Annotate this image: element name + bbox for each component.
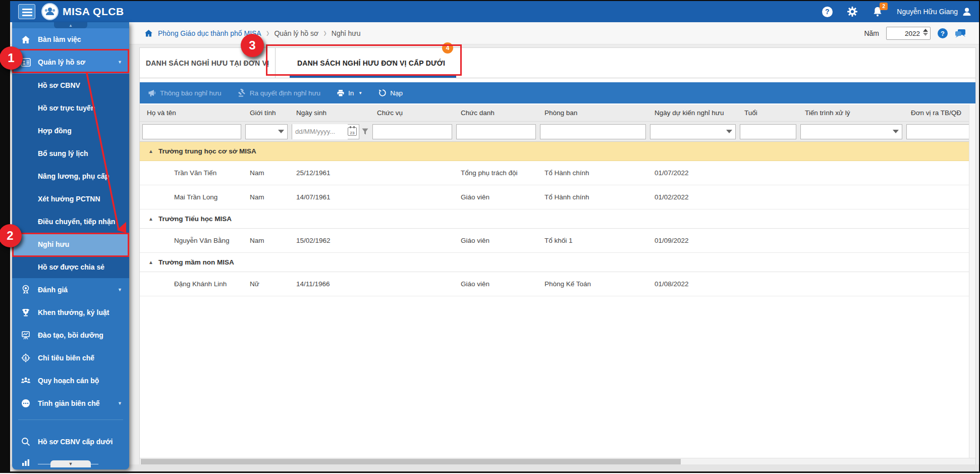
ra-quyet-dinh-nghi-huu-button[interactable]: Ra quyết định nghỉ hưu — [238, 89, 320, 97]
col-header-chuc-danh[interactable]: Chức danh — [454, 104, 537, 121]
sidebar-item-ho-so-truc-tuyen[interactable]: Hồ sơ trực tuyến — [12, 96, 129, 119]
sidebar-item-chi-tieu-bien-che[interactable]: Chỉ tiêu biên chế — [12, 346, 129, 369]
col-header-gioi-tinh[interactable]: Giới tính — [243, 104, 289, 121]
year-label: Năm — [864, 29, 879, 37]
table-row[interactable]: Đặng Khánh Linh Nữ 14/11/1966 Giáo viên … — [140, 272, 975, 296]
filter-ngay-du-kien-select[interactable] — [650, 124, 736, 139]
year-spinner[interactable]: 2022 — [886, 27, 931, 40]
filter-phong-ban-input[interactable] — [540, 124, 646, 139]
col-header-ho-va-ten[interactable]: Họ và tên — [140, 104, 243, 121]
group-row-truong-mam-non-misa[interactable]: ▲ Trường mầm non MISA — [140, 253, 975, 272]
breadcrumb-level1[interactable]: Quản lý hồ sơ — [274, 29, 318, 37]
filter-chuc-vu-input[interactable] — [372, 124, 452, 139]
settings-gear-icon[interactable] — [846, 6, 858, 18]
page: MISA QLCB ? — [0, 0, 980, 474]
sidebar-item-tinh-gian-bien-che[interactable]: Tinh giản biên chế ▼ — [12, 392, 129, 414]
hamburger-menu-button[interactable] — [18, 4, 35, 19]
user-menu[interactable]: Nguyễn Hữu Giang — [897, 7, 972, 17]
sidebar-item-dieu-chuyen-tiep-nhan[interactable]: Điều chuyển, tiếp nhận — [12, 210, 129, 233]
help-icon[interactable]: ? — [821, 6, 833, 18]
col-header-tien-trinh-xu-ly[interactable]: Tiến trình xử lý — [798, 104, 904, 121]
filter-ngay-sinh-date[interactable]: 23 — [292, 124, 359, 139]
calendar-icon[interactable]: 23 — [348, 127, 357, 136]
sidebar-item-nghi-huu[interactable]: Nghỉ hưu — [12, 233, 129, 255]
filter-ho-va-ten-input[interactable] — [142, 124, 241, 139]
group-row-truong-thcs-misa[interactable]: ▲ Trường trung học cơ sở MISA — [140, 142, 975, 161]
horizontal-scrollbar[interactable] — [140, 458, 975, 464]
home-icon[interactable] — [144, 29, 153, 37]
col-header-ngay-sinh[interactable]: Ngày sinh — [289, 104, 370, 121]
sidebar-item-ho-so-duoc-chia-se[interactable]: Hồ sơ được chia sẻ — [12, 255, 129, 278]
chevron-down-icon: ▼ — [118, 401, 122, 406]
misa-logo-icon — [41, 3, 59, 20]
filter-tuoi-input[interactable] — [740, 124, 796, 139]
nap-refresh-button[interactable]: Nạp — [378, 89, 403, 97]
sidebar-divider — [18, 419, 123, 420]
in-print-button[interactable]: In ▼ — [337, 89, 362, 97]
sidebar-item-ho-so-cbnv-cap-duoi[interactable]: Hồ sơ CBNV cấp dưới — [12, 430, 129, 453]
filter-ngay-sinh-input[interactable] — [292, 124, 348, 139]
sidebar-scroll-up[interactable]: ▲ — [54, 22, 87, 28]
window-footer-strip — [10, 464, 979, 471]
filter-row: 23 — [140, 122, 975, 142]
notifications-bell-icon[interactable]: 2 — [872, 6, 884, 18]
sidebar-item-danh-gia[interactable]: Đánh giá ▼ — [12, 278, 129, 301]
sidebar-item-quy-hoach-can-bo[interactable]: Quy hoạch cán bộ — [12, 369, 129, 392]
filter-don-vi-input[interactable] — [906, 124, 975, 139]
easel-icon — [20, 331, 31, 340]
user-name: Nguyễn Hữu Giang — [897, 8, 958, 16]
app-window: MISA QLCB ? — [10, 1, 979, 471]
sidebar-item-hop-dong[interactable]: Hợp đồng — [12, 119, 129, 142]
sidebar-item-xet-huong-pctnn[interactable]: Xét hưởng PCTNN — [12, 187, 129, 210]
sidebar-item-ho-so-cbnv[interactable]: Hồ sơ CBNV — [12, 74, 129, 96]
filter-chuc-danh-input[interactable] — [456, 124, 536, 139]
tab-danh-sach-nghi-huu-don-vi-cap-duoi[interactable]: DANH SÁCH NGHỈ HƯU ĐƠN VỊ CẤP DƯỚI — [276, 48, 467, 78]
sidebar-item-bo-sung-ly-lich[interactable]: Bổ sung lý lịch — [12, 142, 129, 165]
breadcrumb-separator: › — [323, 26, 326, 40]
breadcrumb-separator: › — [266, 26, 269, 40]
sidebar-item-ban-lam-viec[interactable]: Bàn làm việc — [12, 28, 129, 50]
id-card-icon — [20, 58, 31, 67]
sidebar-item-nang-luong-phu-cap[interactable]: Nâng lương, phụ cấp — [12, 165, 129, 187]
context-help-icon[interactable]: ? — [938, 28, 948, 38]
thong-bao-nghi-huu-button[interactable]: Thông báo nghỉ hưu — [148, 89, 222, 97]
breadcrumb: Phòng Giáo dục thành phố MISA › Quản lý … — [144, 22, 360, 44]
app-title: MISA QLCB — [63, 6, 124, 18]
chevron-down-icon: ▼ — [358, 91, 362, 95]
collapse-triangle-icon[interactable]: ▲ — [148, 216, 153, 222]
breadcrumb-root[interactable]: Phòng Giáo dục thành phố MISA — [158, 29, 261, 37]
sidebar-item-dao-tao-boi-duong[interactable]: Đào tạo, bồi dưỡng — [12, 324, 129, 346]
breadcrumb-current: Nghỉ hưu — [332, 29, 361, 37]
sidebar-scroll-down[interactable]: ▼ — [50, 460, 91, 467]
table-row[interactable]: Trần Văn Tiến Nam 25/12/1961 Tổng phụ tr… — [140, 161, 975, 185]
col-header-ngay-du-kien-nghi-huu[interactable]: Ngày dự kiến nghỉ hưu — [647, 104, 737, 121]
filter-funnel-icon[interactable] — [362, 128, 368, 135]
grid-toolbar: Thông báo nghỉ hưu Ra quyết định nghỉ hư… — [140, 82, 975, 103]
feedback-chat-icon[interactable] — [955, 29, 966, 38]
chevron-down-icon: ▼ — [118, 60, 122, 65]
filter-tien-trinh-select[interactable] — [800, 124, 902, 139]
vertical-scrollbar[interactable] — [969, 104, 975, 458]
year-spinner-arrows[interactable] — [923, 29, 928, 36]
group-row-truong-tieu-hoc-misa[interactable]: ▲ Trường Tiểu học MISA — [140, 209, 975, 229]
notification-count-badge: 2 — [880, 3, 888, 10]
app-logo: MISA QLCB — [41, 3, 124, 20]
sidebar-item-khen-thuong-ky-luat[interactable]: Khen thưởng, kỷ luật — [12, 301, 129, 324]
horizontal-scrollbar-thumb[interactable] — [141, 459, 681, 464]
table-row[interactable]: Nguyễn Văn Bằng Nam 15/02/1962 Giáo viên… — [140, 229, 975, 253]
table-row[interactable]: Mai Trần Long Nam 14/07/1961 Giáo viên T… — [140, 185, 975, 209]
collapse-triangle-icon[interactable]: ▲ — [148, 148, 153, 154]
col-header-don-vi-ra-tb-qd[interactable]: Đơn vị ra TB/QĐ — [904, 104, 976, 121]
tab-danh-sach-nghi-huu-tai-don-vi[interactable]: DANH SÁCH NGHỈ HƯU TẠI ĐƠN VỊ — [140, 48, 276, 78]
trophy-icon — [20, 308, 31, 317]
chevron-down-icon: ▼ — [118, 287, 122, 292]
ellipsis-circle-icon — [20, 399, 31, 408]
col-header-phong-ban[interactable]: Phòng ban — [537, 104, 647, 121]
sidebar-item-quan-ly-ho-so[interactable]: Quản lý hồ sơ ▼ — [12, 50, 129, 74]
user-avatar-icon — [962, 7, 972, 17]
collapse-triangle-icon[interactable]: ▲ — [148, 259, 153, 265]
filter-gioi-tinh-select[interactable] — [245, 124, 288, 139]
sidebar: ▲ Bàn làm việc — [12, 22, 129, 469]
col-header-chuc-vu[interactable]: Chức vụ — [370, 104, 454, 121]
col-header-tuoi[interactable]: Tuổi — [737, 104, 798, 121]
